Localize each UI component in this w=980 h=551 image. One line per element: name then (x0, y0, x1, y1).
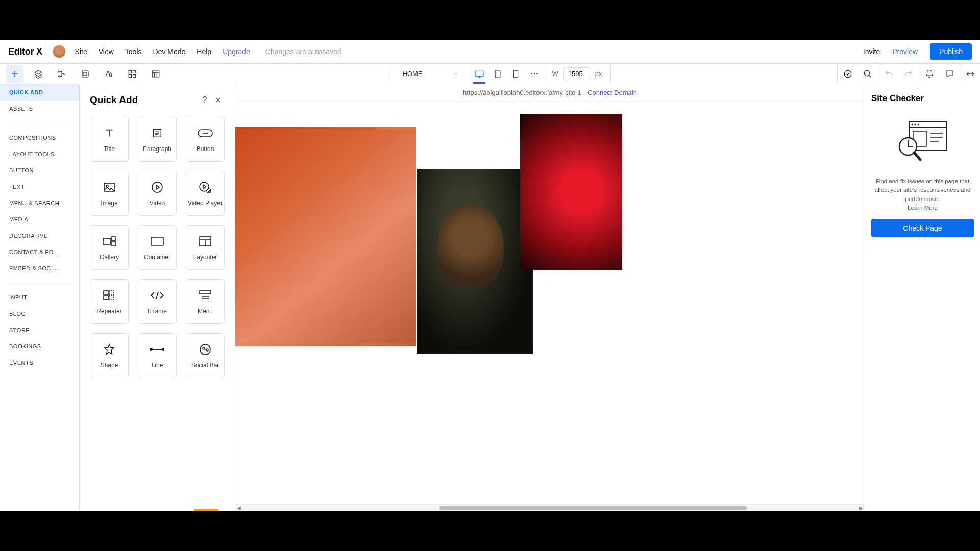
zoom-button[interactable] (857, 64, 878, 84)
line-icon (150, 342, 164, 357)
svg-rect-3 (82, 71, 88, 77)
menu-view[interactable]: View (99, 47, 114, 56)
sidebar-item-blog[interactable]: BLOG (0, 306, 79, 322)
quick-add-tile-social-bar[interactable]: Social Bar (186, 333, 225, 378)
menu-dev-mode[interactable]: Dev Mode (153, 47, 186, 56)
svg-point-44 (917, 124, 919, 126)
svg-rect-34 (200, 291, 211, 294)
sidebar-item-menu-search[interactable]: MENU & SEARCH (0, 195, 79, 211)
quick-add-tile-repeater[interactable]: Repeater (90, 279, 129, 324)
svg-rect-10 (475, 71, 483, 76)
sidebar-item-events[interactable]: EVENTS (0, 355, 79, 371)
svg-rect-25 (103, 238, 111, 244)
svg-point-16 (844, 70, 851, 78)
sidebar-item-compositions[interactable]: COMPOSITIONS (0, 130, 79, 146)
tablet-breakpoint-button[interactable] (488, 64, 507, 84)
site-tree-button[interactable] (53, 65, 70, 83)
quick-add-tile-shape[interactable]: Shape (90, 333, 129, 378)
quick-add-tile-title[interactable]: Title (90, 117, 129, 162)
layers-button[interactable] (30, 65, 47, 83)
svg-rect-4 (84, 72, 87, 76)
redo-button[interactable] (898, 64, 919, 84)
sidebar-item-text[interactable]: TEXT (0, 179, 79, 195)
svg-rect-7 (129, 74, 131, 77)
quick-add-title: Quick Add (90, 94, 198, 106)
quick-add-tile-gallery[interactable]: Gallery (90, 225, 129, 270)
video-icon (151, 180, 163, 194)
connect-domain-link[interactable]: Connect Domain (587, 89, 637, 96)
menu-icon (199, 288, 211, 303)
learn-more-link[interactable]: Learn More (871, 205, 974, 211)
autosave-status: Changes are autosaved (265, 47, 341, 56)
gallery-icon (103, 234, 116, 248)
quick-add-tile-iframe[interactable]: IFrame (138, 279, 177, 324)
scroll-left-arrow[interactable]: ◀ (235, 505, 242, 511)
canvas-image-3[interactable] (520, 114, 622, 270)
quick-add-tile-image[interactable]: Image (90, 171, 129, 216)
svg-rect-28 (151, 237, 163, 245)
svg-point-2 (64, 73, 65, 74)
site-checker-title: Site Checker (871, 93, 974, 104)
page-selector[interactable]: HOME (391, 64, 470, 84)
check-page-button[interactable]: Check Page (871, 219, 974, 237)
help-icon[interactable]: ? (198, 93, 211, 107)
canvas-image-2[interactable] (417, 169, 533, 354)
scroll-thumb[interactable] (439, 506, 747, 510)
menu-help[interactable]: Help (197, 47, 211, 56)
scroll-right-arrow[interactable]: ▶ (857, 505, 865, 511)
menu-tools[interactable]: Tools (125, 47, 142, 56)
quick-add-tile-line[interactable]: Line (138, 333, 177, 378)
quick-add-tile-container[interactable]: Container (138, 225, 177, 270)
desktop-breakpoint-button[interactable] (470, 64, 488, 84)
svg-rect-11 (495, 70, 500, 78)
invite-button[interactable]: Invite (863, 47, 880, 56)
app-market-button[interactable] (124, 65, 141, 83)
user-avatar[interactable] (53, 45, 66, 58)
quick-add-tile-menu[interactable]: Menu (186, 279, 225, 324)
quick-add-tile-button[interactable]: Button (186, 117, 225, 162)
shape-icon (103, 342, 115, 357)
menu-upgrade[interactable]: Upgrade (223, 47, 250, 56)
sidebar-item-store[interactable]: STORE (0, 322, 79, 338)
image-icon (103, 180, 115, 194)
sidebar-item-button[interactable]: BUTTON (0, 162, 79, 179)
sidebar-item-bookings[interactable]: BOOKINGS (0, 338, 79, 355)
add-element-button[interactable] (6, 65, 23, 83)
content-manager-button[interactable] (147, 65, 164, 83)
svg-rect-32 (109, 291, 114, 295)
canvas-width-input[interactable] (564, 67, 590, 80)
canvas-image-1[interactable] (235, 127, 416, 346)
mobile-breakpoint-button[interactable] (507, 64, 525, 84)
close-icon[interactable]: ✕ (211, 93, 225, 107)
masters-button[interactable] (77, 65, 94, 83)
quick-add-tile-layouter[interactable]: Layouter (186, 225, 225, 270)
notifications-button[interactable] (919, 64, 939, 84)
horizontal-scrollbar[interactable]: ◀ ▶ (235, 504, 865, 511)
sidebar-item-layout-tools[interactable]: LAYOUT TOOLS (0, 146, 79, 162)
sidebar-item-input[interactable]: INPUT (0, 289, 79, 306)
publish-button[interactable]: Publish (930, 43, 972, 60)
sidebar-item-decorative[interactable]: DECORATIVE (0, 228, 79, 244)
undo-button[interactable] (878, 64, 898, 84)
svg-point-13 (531, 73, 532, 74)
theme-button[interactable] (100, 65, 117, 83)
more-breakpoints-button[interactable] (525, 64, 544, 84)
design-canvas[interactable] (235, 102, 865, 504)
svg-rect-27 (112, 242, 115, 246)
quick-add-tile-video[interactable]: Video (138, 171, 177, 216)
comments-button[interactable] (939, 64, 960, 84)
preview-button[interactable]: Preview (892, 47, 918, 56)
menu-site[interactable]: Site (75, 47, 87, 56)
quick-add-tile-video-player[interactable]: Video Player (186, 171, 225, 216)
sidebar-item-quick-add[interactable]: QUICK ADD (0, 84, 79, 101)
sidebar-item-contact-forms[interactable]: CONTACT & FO... (0, 244, 79, 260)
paragraph-icon (151, 126, 164, 140)
sidebar-item-assets[interactable]: ASSETS (0, 101, 79, 117)
brand-logo: Editor X (8, 46, 42, 57)
sidebar-item-media[interactable]: MEDIA (0, 211, 79, 228)
switch-editor-button[interactable] (960, 64, 980, 84)
width-label: W (552, 70, 558, 78)
sidebar-item-embed-social[interactable]: EMBED & SOCI... (0, 260, 79, 277)
site-checker-toggle[interactable] (837, 64, 857, 84)
quick-add-tile-paragraph[interactable]: Paragraph (138, 117, 177, 162)
